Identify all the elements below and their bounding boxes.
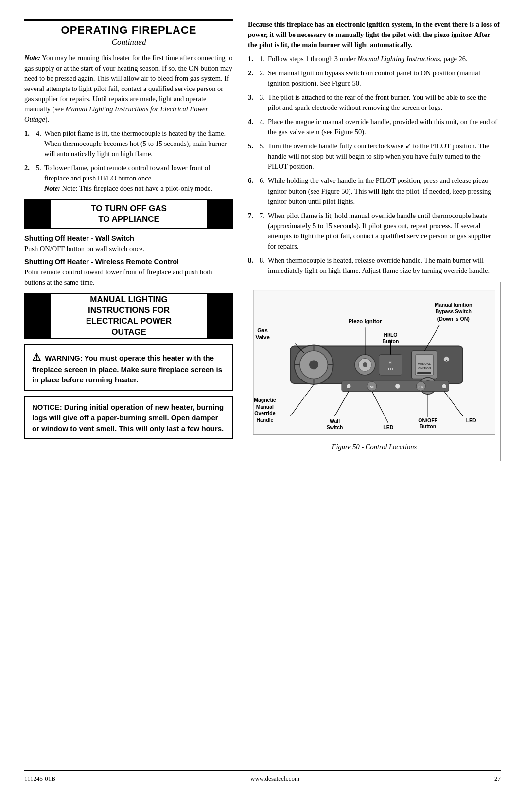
page-number: 27	[494, 775, 501, 783]
note-paragraph: Note: You may be running this heater for…	[24, 53, 233, 125]
manual-banner-text: MANUAL LIGHTING INSTRUCTIONS FOR ELECTRI…	[51, 293, 207, 338]
shutoff-head-2: Shutting Off Heater - Wireless Remote Co…	[24, 258, 233, 266]
left-numbered-list: 4. When pilot flame is lit, the thermoco…	[24, 128, 233, 194]
svg-text:HI: HI	[389, 360, 393, 364]
right-numbered-list: 1. Follow steps 1 through 3 under Normal…	[248, 54, 501, 276]
manual-banner-right-square	[207, 293, 233, 338]
right-item-3: 3. The pilot is attached to the rear of …	[248, 92, 501, 113]
warning-box: ⚠ WARNING: You must operate this heater …	[24, 344, 233, 392]
turn-off-banner: TO TURN OFF GAS TO APPLIANCE	[24, 199, 233, 229]
svg-text:Piezo Ignitor: Piezo Ignitor	[348, 318, 382, 324]
warning-icon: ⚠	[32, 352, 41, 362]
svg-text:Wall: Wall	[330, 418, 340, 424]
arrow-icon: ↙	[405, 142, 411, 151]
svg-text:Magnetic: Magnetic	[254, 397, 276, 403]
website: www.desatech.com	[250, 775, 299, 783]
notice-box: NOTICE: During initial operation of new …	[24, 396, 233, 439]
svg-text:30≈: 30≈	[418, 385, 423, 388]
svg-text:Switch: Switch	[327, 424, 343, 430]
manual-banner-left-square	[24, 293, 51, 338]
svg-text:Button: Button	[383, 338, 399, 343]
svg-point-33	[442, 384, 447, 389]
svg-text:MANUAL: MANUAL	[418, 361, 431, 365]
banner-text: TO TURN OFF GAS TO APPLIANCE	[51, 199, 207, 229]
manual-lighting-banner: MANUAL LIGHTING INSTRUCTIONS FOR ELECTRI…	[24, 293, 233, 338]
svg-text:Handle: Handle	[256, 416, 273, 422]
svg-rect-19	[417, 372, 431, 374]
list-item-4: 4. When pilot flame is lit, the thermoco…	[24, 128, 233, 159]
svg-text:LED: LED	[383, 424, 393, 430]
svg-text:IGNITION: IGNITION	[418, 366, 431, 370]
svg-point-27	[347, 384, 351, 389]
banner-right-square	[207, 199, 233, 229]
right-column: Because this fireplace has an electronic…	[248, 19, 501, 760]
right-item-1: 1. Follow steps 1 through 3 under Normal…	[248, 54, 501, 64]
svg-text:LED: LED	[466, 417, 476, 423]
shutoff-head-1: Shutting Off Heater - Wall Switch	[24, 235, 233, 242]
svg-point-4	[309, 360, 318, 369]
section-subtitle: Continued	[24, 37, 233, 47]
svg-text:Gas: Gas	[257, 327, 268, 333]
section-title: OPERATING FIREPLACE	[24, 19, 233, 36]
right-item-5: 5. Turn the override handle fully counte…	[248, 141, 501, 172]
shutoff-body-1: Push ON/OFF button on wall switch once.	[24, 244, 233, 254]
banner-left-square	[24, 199, 51, 229]
svg-point-30	[395, 384, 400, 389]
svg-text:HI/LO: HI/LO	[384, 332, 397, 338]
figure-50: HI LO MANUAL IGNITION ●	[248, 282, 501, 461]
svg-text:Bypass Switch: Bypass Switch	[436, 308, 472, 314]
right-intro: Because this fireplace has an electronic…	[248, 19, 501, 50]
list-item-5: 5. To lower flame, point remote control …	[24, 163, 233, 194]
svg-text:ON/OFF: ON/OFF	[418, 417, 438, 423]
svg-text:5≡: 5≡	[370, 385, 374, 388]
right-item-2: 2. Set manual ignition bypass switch on …	[248, 68, 501, 89]
part-number: 111245-01B	[24, 775, 55, 783]
right-item-7: 7. When pilot flame is lit, hold manual …	[248, 211, 501, 252]
shutoff-body-2: Point remote control toward lower front …	[24, 267, 233, 288]
svg-text:LO: LO	[388, 367, 393, 371]
svg-text:(Down is ON): (Down is ON)	[438, 315, 470, 321]
svg-point-11	[363, 362, 368, 367]
svg-text:Valve: Valve	[255, 334, 269, 340]
figure-caption: Figure 50 - Control Locations	[253, 442, 495, 452]
svg-text:●: ●	[446, 359, 447, 361]
control-diagram: HI LO MANUAL IGNITION ●	[253, 287, 495, 438]
svg-text:Button: Button	[420, 423, 436, 429]
right-item-6: 6. While holding the valve handle in the…	[248, 176, 501, 206]
right-item-4: 4. Place the magnetic manual override ha…	[248, 117, 501, 137]
two-column-layout: OPERATING FIREPLACE Continued Note: You …	[24, 19, 501, 760]
svg-text:Manual: Manual	[256, 403, 274, 409]
left-column: OPERATING FIREPLACE Continued Note: You …	[24, 19, 233, 760]
svg-text:Manual Ignition: Manual Ignition	[435, 302, 472, 307]
right-item-8: 8. When thermocouple is heated, release …	[248, 255, 501, 276]
svg-text:Override: Override	[254, 410, 275, 416]
page-container: OPERATING FIREPLACE Continued Note: You …	[0, 0, 525, 812]
page-footer: 111245-01B www.desatech.com 27	[24, 770, 501, 783]
